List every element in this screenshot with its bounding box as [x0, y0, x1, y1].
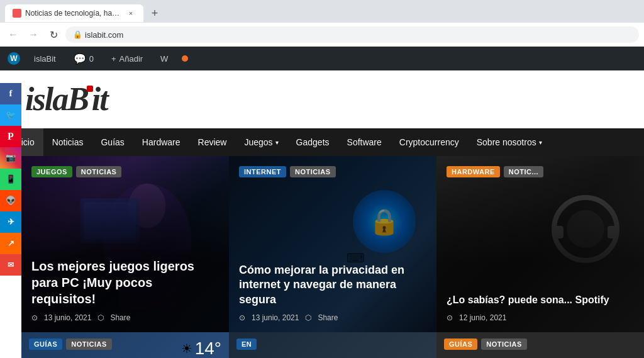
site-logo[interactable]: isla B it	[25, 83, 108, 116]
card1-share-icon: ⬡	[97, 313, 104, 322]
social-twitter-button[interactable]: 🐦	[0, 104, 21, 126]
nav-item-noticias: Noticias	[43, 128, 92, 156]
card1-tag-noticias[interactable]: Noticias	[76, 166, 122, 177]
card2-tags: Internet Noticias	[239, 166, 336, 177]
bottom-mid-tag1: en	[236, 338, 257, 350]
hero-card-gaming[interactable]: Juegos Noticias Los mejores juegos liger…	[21, 156, 229, 332]
social-reddit-button[interactable]: 👽	[0, 190, 21, 211]
nav-label-guias: Guías	[101, 137, 124, 147]
weather-sun-icon: ☀	[181, 341, 192, 356]
card2-meta: ⊙ 13 junio, 2021 ⬡ Share	[239, 313, 426, 322]
wp-notification-dot	[182, 55, 188, 62]
nav-label-review: Review	[198, 137, 227, 147]
logo-isla: isla	[25, 83, 67, 116]
wp-site-name[interactable]: islaBit	[30, 52, 60, 66]
card1-content: Juegos Noticias Los mejores juegos liger…	[21, 156, 229, 332]
facebook-icon: f	[9, 88, 13, 99]
nav-link-cryptocurrency[interactable]: Cryptocurrency	[391, 128, 468, 156]
social-instagram-button[interactable]: 📷	[0, 147, 21, 169]
new-tab-button[interactable]: +	[146, 4, 164, 22]
nav-item-review: Review	[189, 128, 236, 156]
forward-button[interactable]: →	[25, 26, 42, 43]
social-gmail-button[interactable]: ✉	[0, 254, 21, 276]
tab-favicon	[13, 9, 21, 18]
wp-add-icon: +	[111, 54, 116, 64]
card2-tag-noticias[interactable]: Noticias	[290, 166, 336, 177]
active-tab[interactable]: Noticias de tecnología, hardware ×	[5, 4, 143, 22]
nav-label-noticias: Noticias	[52, 137, 84, 147]
hero-card-hardware[interactable]: Hardware Notic... ¿Lo sabías? puede sona…	[436, 156, 644, 332]
social-telegram-button[interactable]: ✈	[0, 211, 21, 233]
nav-item-guias: Guías	[92, 128, 133, 156]
card2-title: Cómo mejorar la privacidad en internet y…	[239, 263, 426, 307]
card2-share-icon: ⬡	[305, 313, 311, 322]
twitter-icon: 🐦	[6, 110, 16, 120]
url-bar[interactable]: 🔒 islabit.com	[65, 26, 639, 43]
logo-B: B	[67, 83, 88, 116]
wp-logo[interactable]: W	[8, 52, 20, 65]
social-whatsapp-button[interactable]: 📱	[0, 169, 21, 190]
social-share-button[interactable]: ↗	[0, 233, 21, 254]
social-facebook-button[interactable]: f	[0, 83, 21, 104]
nav-item-software: Software	[338, 128, 391, 156]
back-button[interactable]: ←	[5, 26, 21, 43]
card2-clock-icon: ⊙	[239, 313, 245, 322]
card1-meta: ⊙ 13 junio, 2021 ⬡ Share	[31, 313, 219, 322]
card3-title: ¿Lo sabías? puede sona... Spotify	[447, 294, 634, 307]
reload-button[interactable]: ↻	[45, 26, 62, 43]
card2-date: 13 junio, 2021	[252, 313, 299, 322]
site-header: isla B it	[0, 70, 644, 128]
nav-link-noticias[interactable]: Noticias	[43, 128, 92, 156]
card1-tag-juegos[interactable]: Juegos	[31, 166, 72, 177]
pinterest-icon: P	[8, 131, 14, 142]
bottom-right-tag1[interactable]: Guías	[444, 338, 477, 350]
hero-grid: Juegos Noticias Los mejores juegos liger…	[21, 156, 644, 332]
card1-title: Los mejores juegos ligeros para PC ¡Muy …	[31, 258, 219, 307]
wp-add-label: Añadir	[119, 54, 143, 64]
bottom-card-middle[interactable]: en	[229, 332, 436, 358]
nav-item-gadgets: Gadgets	[287, 128, 338, 156]
wp-comments[interactable]: 💬 0	[70, 50, 97, 67]
nav-link-guias[interactable]: Guías	[92, 128, 133, 156]
tab-close-button[interactable]: ×	[126, 8, 136, 18]
nav-item-cryptocurrency: Cryptocurrency	[391, 128, 468, 156]
weather-tag-guias[interactable]: Guías	[29, 338, 62, 350]
bottom-card-right[interactable]: Guías Noticias	[436, 332, 644, 358]
card3-tag-hardware[interactable]: Hardware	[447, 166, 500, 177]
weather-tag-noticias[interactable]: Noticias	[66, 338, 112, 350]
card2-tag-internet[interactable]: Internet	[239, 166, 286, 177]
card1-date: 13 junio, 2021	[44, 313, 91, 322]
card3-clock-icon: ⊙	[447, 313, 453, 322]
nav-link-software[interactable]: Software	[338, 128, 391, 156]
nav-label-gadgets: Gadgets	[296, 137, 330, 147]
nav-item-juegos: Juegos ▾	[235, 128, 287, 156]
nav-menu: Inicio Noticias Guías Hardware Review Ju	[0, 128, 644, 156]
wp-add[interactable]: + Añadir	[108, 52, 147, 66]
weather-right: ☀ 14° Muy soleado 1%	[181, 338, 221, 358]
card2-content: Internet Noticias Cómo mejorar la privac…	[229, 156, 436, 332]
card3-tag-notic[interactable]: Notic...	[504, 166, 543, 177]
nav-label-hardware: Hardware	[142, 137, 180, 147]
wp-customize-icon: W	[160, 54, 168, 64]
lock-icon: 🔒	[73, 30, 82, 39]
hero-card-security[interactable]: 🔒 ⌨ Internet Noticias Cómo mejorar la pr…	[229, 156, 436, 332]
card3-tags: Hardware Notic...	[447, 166, 543, 177]
nav-link-juegos[interactable]: Juegos ▾	[235, 128, 287, 156]
browser-chrome: Noticias de tecnología, hardware × + ← →…	[0, 0, 644, 47]
nav-link-hardware[interactable]: Hardware	[133, 128, 189, 156]
bottom-right-tag2[interactable]: Noticias	[481, 338, 527, 350]
telegram-icon: ✈	[8, 217, 14, 227]
nav-item-sobre: Sobre nosotros ▾	[468, 128, 551, 156]
social-pinterest-button[interactable]: P	[0, 126, 21, 147]
nav-link-gadgets[interactable]: Gadgets	[287, 128, 338, 156]
nav-label-software: Software	[347, 137, 382, 147]
nav-link-sobre[interactable]: Sobre nosotros ▾	[468, 128, 551, 156]
weather-card[interactable]: Guías Noticias ☀ 14° Muy soleado 1% → Re…	[21, 332, 229, 358]
tab-title: Noticias de tecnología, hardware	[25, 9, 122, 18]
card3-date: 12 junio, 2021	[459, 313, 506, 322]
card2-share: Share	[318, 313, 338, 322]
nav-link-review[interactable]: Review	[189, 128, 236, 156]
logo-red-square	[87, 86, 93, 92]
wp-customize[interactable]: W	[157, 52, 172, 66]
comment-icon: 💬	[74, 53, 86, 65]
